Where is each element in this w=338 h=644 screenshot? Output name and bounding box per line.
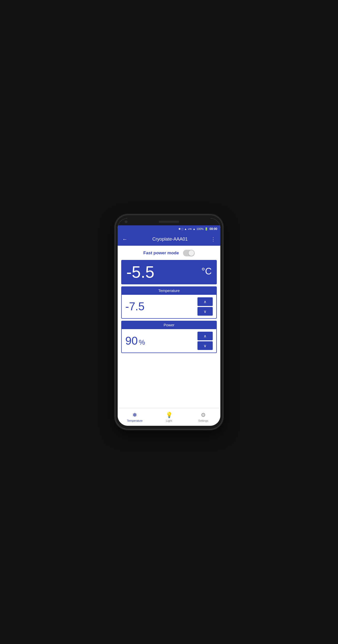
- current-temp-value: -5.5: [126, 264, 154, 280]
- nav-item-light[interactable]: 💡 Light: [152, 410, 186, 424]
- wifi-icon: ▲: [184, 227, 187, 230]
- lte-icon: LTE: [188, 228, 192, 230]
- chevron-down-icon: ∨: [204, 343, 207, 348]
- power-value-row: 90 %: [125, 334, 145, 347]
- main-content: Fast power mode -5.5 °C Temperature -7.5: [118, 246, 220, 408]
- nav-label-light: Light: [166, 419, 172, 422]
- phone-screen: ✱ ⎕ ▲ LTE ▲ 100% 🔋 08:00 ← Cryoplate-AAA…: [118, 218, 220, 426]
- power-down-button[interactable]: ∨: [197, 341, 213, 350]
- temperature-set-value: -7.5: [125, 300, 145, 313]
- power-set-value: 90: [125, 334, 138, 347]
- phone-top-bar: [118, 218, 220, 225]
- temperature-section-header: Temperature: [121, 286, 217, 295]
- temperature-value-row: -7.5: [125, 300, 145, 313]
- current-temp-unit: °C: [202, 266, 212, 277]
- app-bar: ← Cryoplate-AAA01 ⋮: [118, 232, 220, 246]
- fast-power-label: Fast power mode: [143, 251, 179, 256]
- toggle-knob: [189, 250, 194, 256]
- temperature-down-button[interactable]: ∨: [197, 307, 213, 316]
- status-bar: ✱ ⎕ ▲ LTE ▲ 100% 🔋 08:00: [118, 225, 220, 232]
- phone-device: ✱ ⎕ ▲ LTE ▲ 100% 🔋 08:00 ← Cryoplate-AAA…: [116, 215, 222, 429]
- bottom-nav: ❅ Temperature 💡 Light ⚙ Settings: [118, 408, 220, 426]
- power-section-body: 90 % ∧ ∨: [121, 329, 217, 353]
- vibrate-icon: ⎕: [182, 228, 183, 230]
- current-temp-display: -5.5 °C: [121, 260, 217, 284]
- fast-power-row: Fast power mode: [121, 250, 217, 256]
- power-section: Power 90 % ∧ ∨: [121, 321, 217, 353]
- signal-icon: ▲: [193, 227, 195, 230]
- gear-icon: ⚙: [201, 412, 206, 418]
- status-time: 08:00: [209, 227, 217, 231]
- temperature-stepper: ∧ ∨: [197, 297, 213, 316]
- nav-label-settings: Settings: [198, 419, 208, 422]
- more-button[interactable]: ⋮: [210, 235, 217, 243]
- power-stepper: ∧ ∨: [197, 332, 213, 350]
- app-title: Cryoplate-AAA01: [130, 237, 210, 242]
- nav-item-temperature[interactable]: ❅ Temperature: [118, 410, 152, 424]
- chevron-up-icon: ∧: [204, 334, 207, 339]
- notch-speaker: [159, 221, 179, 223]
- back-button[interactable]: ←: [121, 235, 128, 243]
- nav-label-temperature: Temperature: [127, 419, 143, 422]
- temperature-up-button[interactable]: ∧: [197, 297, 213, 306]
- power-unit: %: [139, 338, 145, 346]
- status-icons: ✱ ⎕ ▲ LTE ▲ 100% 🔋: [178, 227, 208, 231]
- temperature-section: Temperature -7.5 ∧ ∨: [121, 286, 217, 319]
- snowflake-icon: ❅: [132, 412, 137, 418]
- bluetooth-icon: ✱: [178, 227, 181, 231]
- chevron-up-icon: ∧: [204, 299, 207, 304]
- battery-percent: 100%: [196, 227, 204, 230]
- battery-icon: 🔋: [205, 227, 208, 231]
- temperature-section-body: -7.5 ∧ ∨: [121, 295, 217, 319]
- fast-power-toggle[interactable]: [183, 250, 195, 256]
- camera: [125, 221, 127, 223]
- light-icon: 💡: [166, 412, 173, 418]
- chevron-down-icon: ∨: [204, 309, 207, 314]
- power-up-button[interactable]: ∧: [197, 332, 213, 340]
- power-section-header: Power: [121, 321, 217, 329]
- nav-item-settings[interactable]: ⚙ Settings: [186, 410, 220, 424]
